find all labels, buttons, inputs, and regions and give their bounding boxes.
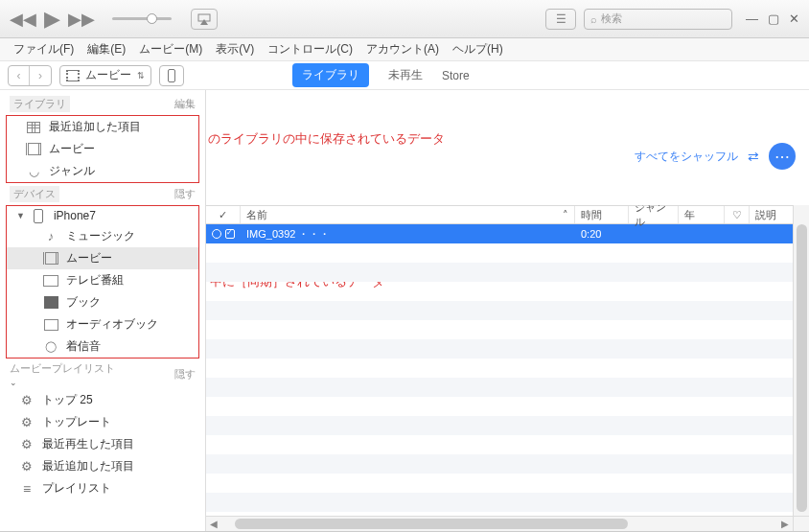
nav-back-button[interactable]: ‹ [9,66,30,85]
table-row [206,359,809,378]
col-love[interactable]: ♡ [725,206,750,223]
sidebar-device-audiobooks[interactable]: オーディオブック [7,313,198,335]
device-button[interactable] [159,65,184,86]
next-track-button[interactable]: ▶▶ [68,9,95,30]
menu-control[interactable]: コントロール(C) [262,39,358,59]
sidebar-item-label: 着信音 [66,338,101,355]
sidebar-item-label: 最近追加した項目 [49,119,141,135]
sidebar-playlist-recent-added[interactable]: 最近追加した項目 [0,455,205,477]
annotation-box-library: 最近追加した項目 ムービー ジャンル [6,115,199,183]
film-icon [26,143,41,156]
sidebar-playlist-generic[interactable]: プレイリスト [0,477,205,499]
table-header: ✓ 名前˄ 時間 ジャンル 年 ♡ 説明 [206,205,809,224]
sidebar-item-label: 最近再生した項目 [42,436,134,452]
sidebar-header-library: ライブラリ 編集 [0,94,205,114]
sidebar-item-movies[interactable]: ムービー [7,138,198,160]
sidebar-header-label[interactable]: ムービープレイリスト ⌄ [10,361,124,387]
col-name[interactable]: 名前˄ [241,206,575,223]
search-input[interactable]: ⌕ 検索 [584,9,732,30]
disclosure-triangle-icon[interactable]: ▼ [16,211,25,220]
airplay-button[interactable] [191,9,218,30]
horizontal-scrollbar[interactable]: ◀ ▶ [206,516,793,531]
scroll-left-icon[interactable]: ◀ [206,519,221,529]
music-icon [43,230,58,243]
sidebar-device[interactable]: ▼ iPhone7 [7,206,198,225]
gear-icon [19,460,35,474]
scroll-thumb[interactable] [797,224,807,512]
sidebar-item-label: トップ 25 [42,392,93,408]
col-genre[interactable]: ジャンル [629,206,679,223]
sidebar-hide-link[interactable]: 隠す [174,367,196,382]
col-year[interactable]: 年 [679,206,725,223]
sidebar-playlist-top25[interactable]: トップ 25 [0,389,205,411]
sidebar-item-label: 最近追加した項目 [42,458,134,474]
book-icon [43,296,58,310]
volume-slider[interactable] [112,17,172,20]
sidebar-playlist-toprated[interactable]: トップレート [0,411,205,433]
scroll-right-icon[interactable]: ▶ [777,519,793,529]
prev-track-button[interactable]: ◀◀ [10,9,36,30]
minimize-button[interactable]: — [746,12,758,26]
tab-store[interactable]: Store [442,69,470,82]
chevron-down-icon: ⌄ [10,378,17,387]
table-row [206,339,809,359]
track-table: ✓ 名前˄ 時間 ジャンル 年 ♡ 説明 IMG_0392 ・・・ 0:20 [206,205,809,516]
scroll-thumb[interactable] [235,519,628,529]
sidebar-header-label: デバイス [10,186,59,202]
body: ライブラリ 編集 最近追加した項目 ムービー ジャンル デバイス 隠す ▼ iP… [0,90,809,531]
table-row [206,320,809,339]
sidebar-device-movies[interactable]: ムービー [7,247,198,269]
sidebar-item-label: ブック [66,294,101,311]
sidebar-device-tv[interactable]: テレビ番組 [7,269,198,291]
sidebar-device-ringtones[interactable]: 着信音 [7,335,198,358]
sidebar-header-label: ライブラリ [10,96,70,112]
more-options-button[interactable] [769,143,796,170]
sidebar: ライブラリ 編集 最近追加した項目 ムービー ジャンル デバイス 隠す ▼ iP… [0,90,206,531]
sidebar-device-music[interactable]: ミュージック [7,225,198,247]
sidebar-item-label: トップレート [42,414,111,430]
table-row [206,474,809,493]
cell-time: 0:20 [575,224,629,243]
vertical-scrollbar[interactable] [793,205,809,516]
sidebar-item-label: ムービー [49,141,95,157]
col-check[interactable]: ✓ [206,206,241,223]
menu-view[interactable]: 表示(V) [210,39,260,59]
sidebar-hide-link[interactable]: 隠す [174,187,196,201]
menu-help[interactable]: ヘルプ(H) [447,39,509,59]
tab-library[interactable]: ライブラリ [292,63,369,87]
sidebar-device-books[interactable]: ブック [7,291,198,313]
sidebar-playlist-recent-played[interactable]: 最近再生した項目 [0,433,205,455]
checkbox[interactable] [225,229,235,239]
sidebar-edit-link[interactable]: 編集 [174,97,196,111]
list-view-button[interactable]: ☰ [545,9,576,30]
menu-file[interactable]: ファイル(F) [8,39,80,59]
col-time[interactable]: 時間 [575,206,629,223]
sidebar-item-label: ミュージック [66,228,135,244]
nav-forward-button[interactable]: › [30,66,51,85]
tab-unplayed[interactable]: 未再生 [388,67,423,83]
play-button[interactable]: ▶ [44,7,60,32]
chevron-updown-icon: ⇅ [137,71,145,81]
cell-name: IMG_0392 ・・・ [241,224,575,243]
table-row[interactable]: IMG_0392 ・・・ 0:20 [206,224,809,243]
audiobook-icon [43,318,58,332]
table-row [206,397,809,416]
menu-edit[interactable]: 編集(E) [81,39,131,59]
sidebar-item-recent[interactable]: 最近追加した項目 [7,116,198,138]
menu-account[interactable]: アカウント(A) [360,39,445,59]
menu-movie[interactable]: ムービー(M) [133,39,208,59]
sidebar-item-label: プレイリスト [42,480,111,497]
media-type-select[interactable]: ムービー ⇅ [59,65,151,86]
sidebar-header-playlists: ムービープレイリスト ⌄ 隠す [0,359,205,389]
secondary-bar: ‹ › ムービー ⇅ ライブラリ 未再生 Store [0,61,809,90]
close-button[interactable]: ✕ [789,12,799,26]
table-row [206,301,809,320]
phone-icon [31,209,46,222]
film-icon [66,70,80,81]
scroll-corner [793,516,809,531]
table-row [206,493,809,512]
search-placeholder: 検索 [601,12,622,26]
sidebar-item-genre[interactable]: ジャンル [7,160,198,182]
shuffle-all-link[interactable]: すべてをシャッフル [635,149,738,165]
maximize-button[interactable]: ▢ [768,12,779,26]
